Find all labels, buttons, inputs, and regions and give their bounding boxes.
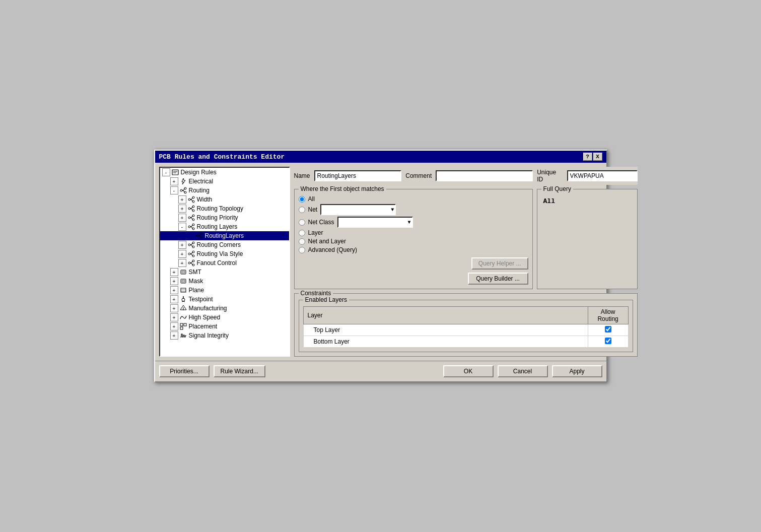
name-input[interactable] <box>314 170 402 181</box>
where-first-label: Where the First object matches <box>299 185 386 192</box>
expand-smt[interactable]: + <box>170 268 178 276</box>
tree-item-electrical[interactable]: + Electrical <box>160 177 289 186</box>
tree-item-routing-corners[interactable]: + Routing Corners <box>160 240 289 249</box>
table-header-row: Layer Allow Routing <box>303 307 628 324</box>
high-speed-icon <box>179 314 187 321</box>
svg-rect-44 <box>184 323 186 326</box>
width-icon <box>187 196 195 203</box>
expand-mask[interactable]: + <box>170 277 178 285</box>
radio-label-net[interactable]: Net <box>308 206 318 213</box>
svg-point-8 <box>192 201 194 203</box>
query-helper-button[interactable]: Query Helper ... <box>471 257 528 270</box>
svg-point-5 <box>184 191 186 193</box>
expand-plane[interactable]: + <box>170 286 178 294</box>
bottom-bar: Priorities... Rule Wizard... OK Cancel A… <box>155 361 606 381</box>
radio-row-netclass: Net Class ▼ <box>299 217 528 228</box>
expand-fanout-control[interactable]: + <box>178 259 186 267</box>
tree-item-smt[interactable]: + SMT <box>160 268 289 277</box>
expand-routing-topology[interactable]: + <box>178 205 186 213</box>
radio-advanced[interactable] <box>299 247 305 253</box>
comment-input[interactable] <box>436 170 533 181</box>
close-button[interactable]: X <box>593 153 602 161</box>
query-buttons: Query Helper ... Query Builder ... <box>299 257 528 285</box>
tree-item-width[interactable]: + Width <box>160 195 289 204</box>
expand-testpoint[interactable]: + <box>170 295 178 303</box>
expand-design-rules[interactable]: - <box>162 168 170 176</box>
radio-row-net: Net ▼ <box>299 204 528 215</box>
radio-label-layer[interactable]: Layer <box>308 229 323 236</box>
radio-layer[interactable] <box>299 230 305 236</box>
allow-routing-cell[interactable] <box>588 324 628 336</box>
rule-wizard-button[interactable]: Rule Wizard... <box>214 365 265 377</box>
radio-netclass[interactable] <box>299 219 305 226</box>
svg-rect-33 <box>182 280 185 282</box>
radio-label-netlayer[interactable]: Net and Layer <box>308 238 346 245</box>
tree-label-routing-topology: Routing Topology <box>197 205 244 212</box>
smt-icon <box>179 269 187 276</box>
expand-routing-via-style[interactable]: + <box>178 250 186 258</box>
tree-item-design-rules[interactable]: - Design Rules <box>160 168 289 177</box>
tree-item-signal-integrity[interactable]: + Signal Integrity <box>160 331 289 340</box>
window-title: PCB Rules and Constraints Editor <box>159 153 285 161</box>
svg-rect-34 <box>181 288 186 292</box>
tree-label-smt: SMT <box>189 269 201 276</box>
tree-item-routing[interactable]: - Routing <box>160 186 289 195</box>
tree-item-routing-layers[interactable]: - Routing Layers <box>160 222 289 231</box>
expand-electrical[interactable]: + <box>170 177 178 185</box>
expand-high-speed[interactable]: + <box>170 313 178 321</box>
net-dropdown[interactable]: ▼ <box>320 204 396 215</box>
apply-button[interactable]: Apply <box>552 365 602 377</box>
radio-netlayer[interactable] <box>299 238 305 245</box>
tree-item-routing-layers-item[interactable]: RoutingLayers <box>160 231 289 240</box>
query-builder-button[interactable]: Query Builder ... <box>468 273 528 285</box>
routing-corners-icon <box>187 241 195 248</box>
tree-item-high-speed[interactable]: + High Speed <box>160 313 289 322</box>
expand-placement[interactable]: + <box>170 322 178 330</box>
tree-item-fanout-control[interactable]: + Fanout Control <box>160 258 289 268</box>
allow-routing-cell[interactable] <box>588 336 628 348</box>
radio-label-all[interactable]: All <box>308 195 315 203</box>
svg-point-3 <box>180 189 182 191</box>
tree-item-routing-topology[interactable]: + Routing Topology <box>160 204 289 213</box>
tree-label-manufacturing: Manufacturing <box>189 305 227 312</box>
expand-routing-corners[interactable]: + <box>178 241 186 249</box>
comment-label: Comment <box>405 172 432 179</box>
tree-item-placement[interactable]: + Placement <box>160 322 289 331</box>
allow-routing-checkbox[interactable] <box>605 338 611 344</box>
ok-button[interactable]: OK <box>443 365 494 377</box>
radio-label-netclass[interactable]: Net Class <box>308 219 334 226</box>
priorities-button[interactable]: Priorities... <box>159 365 210 377</box>
expand-width[interactable]: + <box>178 195 186 204</box>
svg-rect-43 <box>180 323 183 326</box>
expand-routing[interactable]: - <box>170 186 178 194</box>
manufacturing-icon <box>179 305 187 312</box>
expand-signal-integrity[interactable]: + <box>170 331 178 340</box>
svg-line-39 <box>182 301 183 302</box>
expand-manufacturing[interactable]: + <box>170 304 178 312</box>
svg-point-10 <box>192 206 194 208</box>
svg-point-4 <box>184 187 186 189</box>
uid-input[interactable] <box>567 170 638 181</box>
tree-item-testpoint[interactable]: + Testpoint <box>160 295 289 304</box>
main-window: PCB Rules and Constraints Editor ? X - D… <box>154 150 607 382</box>
tree-item-routing-priority[interactable]: + Routing Priority <box>160 213 289 222</box>
help-button[interactable]: ? <box>583 153 592 161</box>
layers-table: Layer Allow Routing Top LayerBottom Laye… <box>303 306 629 348</box>
mask-icon <box>179 278 187 285</box>
radio-label-advanced[interactable]: Advanced (Query) <box>308 246 357 253</box>
tree-item-mask[interactable]: + Mask <box>160 277 289 286</box>
radio-all[interactable] <box>299 196 305 203</box>
allow-routing-checkbox[interactable] <box>605 326 611 332</box>
fanout-control-icon <box>187 259 195 267</box>
tree-item-routing-via-style[interactable]: + Routing Via Style <box>160 249 289 258</box>
expand-routing-priority[interactable]: + <box>178 214 186 222</box>
radio-net[interactable] <box>299 207 305 213</box>
bottom-right-buttons: OK Cancel Apply <box>443 365 602 377</box>
cancel-button[interactable]: Cancel <box>498 365 548 377</box>
svg-point-13 <box>192 215 194 217</box>
tree-item-manufacturing[interactable]: + Manufacturing <box>160 304 289 313</box>
tree-item-plane[interactable]: + Plane <box>160 286 289 295</box>
expand-routing-layers[interactable]: - <box>178 223 186 231</box>
svg-point-24 <box>188 253 190 255</box>
netclass-dropdown[interactable]: ▼ <box>337 217 413 228</box>
